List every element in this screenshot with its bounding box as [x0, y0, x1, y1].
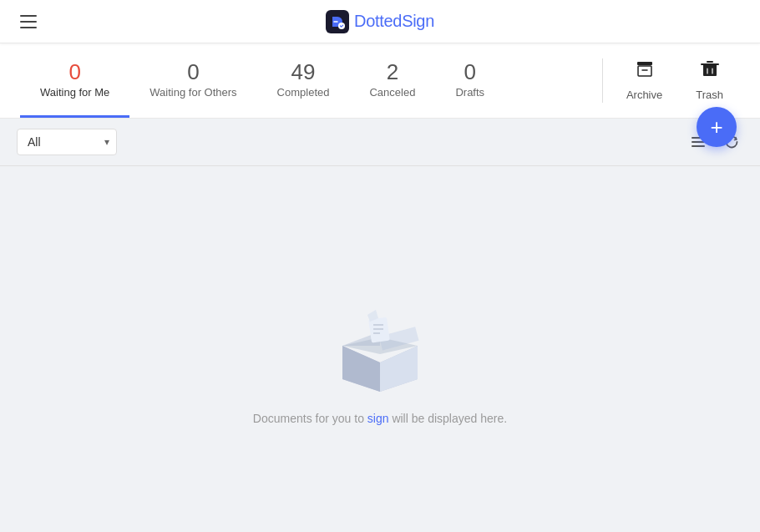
main-content: Documents for you to sign will be displa… [0, 166, 760, 484]
chevron-down-icon: ▾ [104, 136, 109, 148]
tab-count-completed: 49 [291, 61, 316, 83]
tab-waiting-for-me[interactable]: 0 Waiting for Me [20, 43, 129, 118]
logo-text: DottedSign [354, 12, 434, 31]
logo: DottedSign [326, 10, 434, 33]
svg-rect-5 [703, 64, 717, 76]
svg-point-1 [338, 23, 345, 29]
tab-label-waiting-for-others: Waiting for Others [149, 86, 236, 99]
tab-bar: 0 Waiting for Me 0 Waiting for Others 49… [0, 43, 760, 119]
tab-count-drafts: 0 [464, 61, 476, 83]
header: DottedSign [0, 0, 760, 43]
empty-state-highlight: sign [367, 412, 389, 425]
hamburger-line-3 [20, 27, 37, 28]
tab-divider [602, 58, 603, 103]
svg-rect-19 [368, 317, 390, 343]
tab-archive[interactable]: Archive [610, 43, 679, 118]
tab-count-waiting-for-me: 0 [68, 61, 80, 83]
tab-label-drafts: Drafts [455, 86, 484, 99]
tab-completed[interactable]: 49 Completed [257, 43, 350, 118]
filter-select[interactable]: All Documents Templates [28, 135, 93, 149]
svg-rect-3 [638, 66, 651, 76]
trash-icon [701, 60, 719, 84]
filter-dropdown[interactable]: All Documents Templates ▾ [17, 129, 117, 155]
tab-count-canceled: 2 [387, 61, 398, 83]
tab-trash[interactable]: Trash [679, 43, 740, 118]
hamburger-line-2 [20, 21, 37, 23]
hamburger-menu[interactable] [17, 12, 40, 32]
hamburger-line-1 [20, 15, 37, 17]
tab-drafts[interactable]: 0 Drafts [435, 43, 504, 118]
tab-label-canceled: Canceled [369, 86, 415, 99]
tab-count-waiting-for-others: 0 [187, 61, 199, 83]
tab-label-trash: Trash [696, 89, 723, 101]
plus-icon: + [710, 114, 722, 140]
archive-icon [636, 60, 654, 84]
tab-waiting-for-others[interactable]: 0 Waiting for Others [129, 43, 256, 118]
empty-state-message: Documents for you to sign will be displa… [253, 412, 507, 425]
svg-rect-12 [692, 145, 705, 147]
tab-label-completed: Completed [277, 86, 330, 99]
tab-canceled[interactable]: 2 Canceled [349, 43, 435, 118]
tab-label-waiting-for-me: Waiting for Me [40, 86, 109, 99]
logo-icon [326, 10, 349, 33]
toolbar: All Documents Templates ▾ [0, 119, 760, 166]
tab-label-archive: Archive [626, 89, 662, 101]
tab-group-main: 0 Waiting for Me 0 Waiting for Others 49… [20, 43, 595, 118]
svg-rect-2 [637, 62, 652, 65]
empty-state-illustration [322, 291, 438, 392]
fab-new-document[interactable]: + [697, 107, 737, 147]
